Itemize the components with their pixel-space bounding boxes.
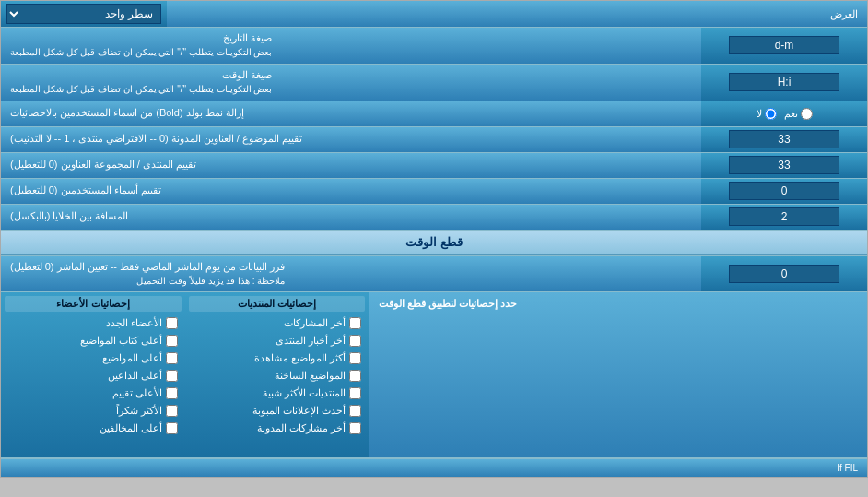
stat-old-topics[interactable]: المواضيع الساخنة — [189, 368, 365, 384]
stat-last-noted[interactable]: أخر مشاركات المدونة — [189, 420, 365, 436]
bottom-note: If FIL — [837, 463, 858, 473]
date-format-label: صيغة التاريخبعض التكوينات يتطلب "/" التي… — [10, 31, 272, 60]
cell-spacing-label: المسافة بين الخلايا (بالبكسل) — [10, 209, 129, 223]
time-format-label: صيغة الوقتبعض التكوينات يتطلب "/" التي ي… — [10, 68, 272, 97]
time-format-input[interactable] — [729, 73, 839, 91]
stat-top-online[interactable]: أعلى الداعين — [5, 368, 182, 384]
date-format-input[interactable] — [729, 36, 839, 54]
topic-order-input[interactable] — [729, 130, 839, 148]
stat-most-viewed[interactable]: أكثر المواضيع مشاهدة — [189, 350, 365, 366]
forum-order-input[interactable] — [729, 156, 839, 174]
display-select[interactable]: سطر واحد سطرين ثلاثة أسطر — [6, 4, 161, 24]
forum-order-label: تقييم المنتدى / المجموعة العناوين (0 للت… — [10, 158, 196, 172]
topic-order-label: تقييم الموضوع / العناوين المدونة (0 -- ا… — [10, 132, 302, 146]
forum-stats-header: إحصائيات المنتديات — [189, 296, 365, 312]
stats-limit-label: حدد إحصائيات لتطبيق قطع الوقت — [379, 298, 517, 310]
stat-top-topics[interactable]: أعلى المواضيع — [5, 350, 182, 366]
bold-remove-label: إزالة نمط بولد (Bold) من اسماء المستخدمي… — [10, 106, 244, 120]
stat-last-posts[interactable]: أخر المشاركات — [189, 315, 365, 331]
display-label: العرض — [167, 5, 867, 24]
bold-no-radio[interactable]: لا — [757, 108, 777, 120]
stat-new-members[interactable]: الأعضاء الجدد — [5, 315, 182, 331]
cutoff-label: فرز البيانات من يوم الماشر الماضي فقط --… — [10, 260, 285, 289]
member-stats-header: إحصائيات الأعضاء — [5, 296, 182, 312]
stat-top-writers[interactable]: أعلى كتاب المواضيع — [5, 333, 182, 349]
bold-yes-radio[interactable]: نعم — [784, 108, 813, 120]
cutoff-input[interactable] — [729, 265, 839, 283]
stat-top-rated[interactable]: الأعلى تقييم — [5, 385, 182, 401]
stat-similar-forums[interactable]: المنتديات الأكثر شبية — [189, 385, 365, 401]
stat-most-thanks[interactable]: الأكثر شكراً — [5, 403, 182, 419]
usernames-order-label: تقييم أسماء المستخدمين (0 للتعطيل) — [10, 183, 161, 197]
cell-spacing-input[interactable] — [729, 207, 839, 226]
stat-last-ads[interactable]: أحدث الإعلانات المبوبة — [189, 403, 365, 419]
stat-last-news[interactable]: أخر أخبار المنتدى — [189, 333, 365, 349]
stat-top-lurkers[interactable]: أعلى المخالفين — [5, 420, 182, 436]
usernames-order-input[interactable] — [729, 182, 839, 200]
cutoff-section-header: قطع الوقت — [1, 231, 867, 255]
